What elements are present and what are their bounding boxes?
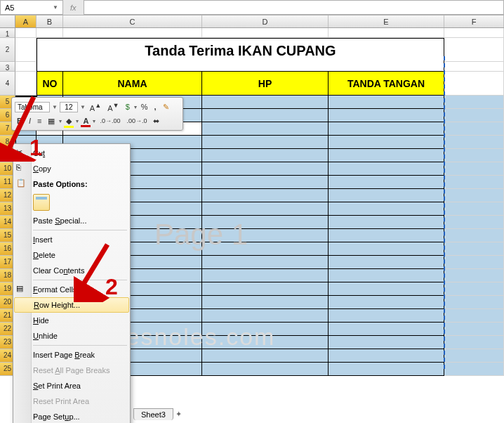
sheet-tab-bar[interactable]: Sheet3 ✦ <box>133 408 185 420</box>
formula-bar-buttons: fx <box>63 0 84 15</box>
row-3: 3 <box>0 62 504 72</box>
annotation-number-1: 1 <box>29 135 42 161</box>
name-box-dropdown-icon[interactable]: ▼ <box>53 4 58 11</box>
paste-icon <box>33 194 50 211</box>
header-nama[interactable]: NAMA <box>63 72 202 96</box>
font-size-combo[interactable]: 12 <box>60 102 78 112</box>
bold-icon[interactable]: B <box>15 116 25 126</box>
fill-color-icon[interactable]: ◆ <box>64 116 74 126</box>
menu-unhide[interactable]: Unhide <box>13 328 130 344</box>
row-header[interactable]: 3 <box>0 62 15 72</box>
menu-hide[interactable]: Hide <box>13 313 130 328</box>
row-header[interactable]: 2 <box>0 38 15 62</box>
cut-icon: ✂ <box>16 148 27 159</box>
menu-reset-print-area: Reset Print Area <box>13 393 130 409</box>
title-cell[interactable]: Tanda Terima IKAN CUPANG <box>37 38 444 62</box>
menu-paste-options: 📋Paste Options: <box>13 176 130 192</box>
header-tanda[interactable]: TANDA TANGAN <box>329 72 444 96</box>
menu-insert-page-break[interactable]: Insert Page Break <box>13 347 130 363</box>
row-header[interactable]: 1 <box>0 28 15 38</box>
row-1: 1 <box>0 28 504 38</box>
formula-bar-area: A5 ▼ fx <box>0 0 504 15</box>
col-header-B[interactable]: B <box>37 15 63 27</box>
percent-format-icon[interactable]: % <box>139 102 150 112</box>
annotation-number-2: 2 <box>105 274 118 300</box>
col-header-F[interactable]: F <box>444 15 504 27</box>
row-header[interactable]: 4 <box>0 72 15 96</box>
name-box[interactable]: A5 ▼ <box>0 0 63 15</box>
new-sheet-icon[interactable]: ✦ <box>173 410 185 419</box>
center-align-icon[interactable]: ≡ <box>35 116 44 126</box>
menu-reset-page-breaks: Reset All Page Breaks <box>13 363 130 378</box>
col-header-E[interactable]: E <box>329 15 444 27</box>
copy-icon: ⎘ <box>16 163 27 174</box>
menu-insert[interactable]: Insert <box>13 232 130 247</box>
decrease-font-icon[interactable]: A▼ <box>105 101 121 113</box>
menu-page-setup[interactable]: Page Setup... <box>13 409 130 423</box>
header-no[interactable]: NO <box>37 72 63 96</box>
increase-font-icon[interactable]: A▲ <box>88 101 103 113</box>
format-painter-icon[interactable]: ✎ <box>161 102 171 112</box>
column-headers: A B C D E F <box>0 15 504 28</box>
sheet-tab[interactable]: Sheet3 <box>133 408 173 420</box>
page-break-line <box>444 56 445 369</box>
col-header-C[interactable]: C <box>63 15 202 27</box>
header-hp[interactable]: HP <box>202 72 329 96</box>
font-name-combo[interactable]: Tahoma <box>15 102 50 112</box>
mini-toolbar[interactable]: Tahoma▼ 12▼ A▲ A▼ $▾ % , ✎ B I ≡ ▦▾ ◆▾ A… <box>11 97 183 131</box>
fx-icon[interactable]: fx <box>67 4 79 12</box>
col-header-D[interactable]: D <box>202 15 329 27</box>
borders-icon[interactable]: ▦ <box>46 116 57 126</box>
accounting-format-icon[interactable]: $ <box>124 102 132 112</box>
menu-set-print-area[interactable]: Set Print Area <box>13 378 130 393</box>
col-header-A[interactable]: A <box>15 15 37 27</box>
select-all-triangle[interactable] <box>0 15 15 27</box>
menu-paste-special[interactable]: Paste Special... <box>13 213 130 228</box>
increase-decimal-icon[interactable]: .0→.00 <box>98 117 122 125</box>
menu-copy[interactable]: ⎘Copy <box>13 161 130 176</box>
comma-format-icon[interactable]: , <box>152 102 159 112</box>
row-2: 2 Tanda Terima IKAN CUPANG <box>0 38 504 62</box>
name-box-value: A5 <box>5 4 14 12</box>
merge-center-icon[interactable]: ⬌ <box>151 116 161 126</box>
formula-bar-input[interactable] <box>84 0 504 15</box>
decrease-decimal-icon[interactable]: .00→.0 <box>124 117 149 125</box>
font-color-icon[interactable]: A <box>81 116 91 126</box>
row-4: 4 NO NAMA HP TANDA TANGAN <box>0 72 504 96</box>
menu-delete[interactable]: Delete <box>13 247 130 263</box>
format-cells-icon: ▤ <box>16 284 27 295</box>
clipboard-icon: 📋 <box>16 178 27 190</box>
italic-icon[interactable]: I <box>27 116 33 126</box>
